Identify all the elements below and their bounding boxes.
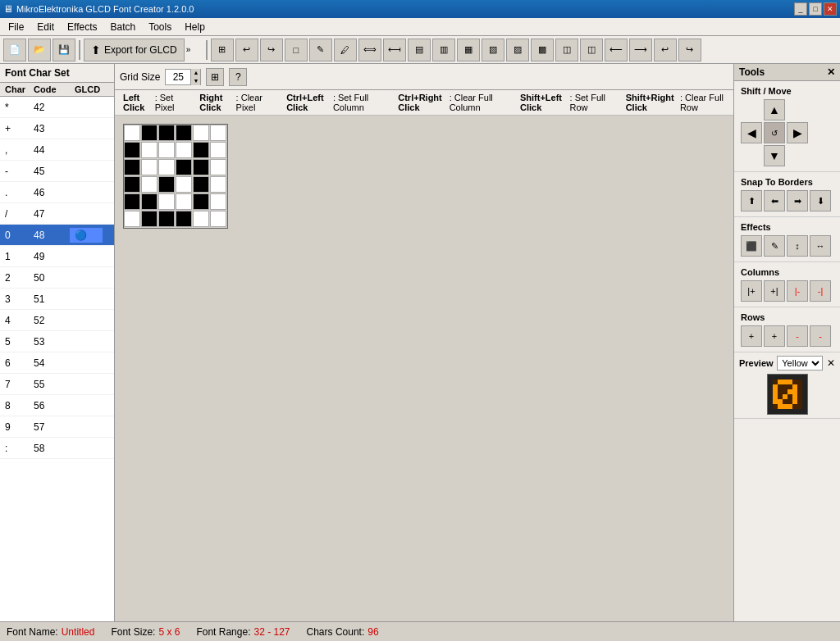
char-row[interactable]: : 58 bbox=[0, 438, 114, 459]
menu-file[interactable]: File bbox=[2, 20, 30, 34]
minimize-button[interactable]: _ bbox=[794, 2, 807, 16]
pixel-cell[interactable] bbox=[210, 211, 226, 227]
spin-down[interactable]: ▼ bbox=[190, 77, 200, 85]
toolbar-btn-9[interactable]: ▦ bbox=[457, 39, 480, 61]
title-bar-controls[interactable]: _ □ ✕ bbox=[794, 2, 837, 16]
toolbar-expand[interactable]: » bbox=[186, 45, 203, 54]
snap-left-button[interactable]: ⬅ bbox=[764, 190, 785, 211]
toolbar-btn-1[interactable]: ⊞ bbox=[211, 39, 234, 61]
pixel-cell[interactable] bbox=[124, 211, 140, 227]
row-del-bottom-button[interactable]: - bbox=[810, 325, 831, 347]
char-row[interactable]: / 47 bbox=[0, 203, 114, 225]
char-row[interactable]: 2 50 bbox=[0, 267, 114, 289]
menu-effects[interactable]: Effects bbox=[61, 20, 103, 34]
pixel-cell[interactable] bbox=[158, 125, 175, 141]
pixel-cell[interactable] bbox=[193, 159, 209, 175]
pixel-cell[interactable] bbox=[158, 176, 175, 193]
menu-help[interactable]: Help bbox=[178, 20, 212, 34]
col-del-right-button[interactable]: -| bbox=[810, 280, 831, 302]
shift-right-button[interactable]: ▶ bbox=[787, 122, 808, 143]
pixel-cell[interactable] bbox=[176, 142, 192, 158]
toolbar-btn-undo[interactable]: ↩ bbox=[235, 39, 258, 61]
menu-edit[interactable]: Edit bbox=[30, 20, 61, 34]
toolbar-export-button[interactable]: ⬆ Export for GLCD bbox=[84, 39, 185, 61]
pixel-cell[interactable] bbox=[210, 159, 226, 175]
char-row[interactable]: 7 55 bbox=[0, 374, 114, 395]
toolbar-new[interactable]: 📄 bbox=[3, 39, 26, 61]
char-row[interactable]: 3 51 bbox=[0, 289, 114, 310]
row-add-bottom-button[interactable]: + bbox=[764, 325, 785, 347]
spin-up[interactable]: ▲ bbox=[190, 69, 200, 77]
toolbar-btn-3[interactable]: ✎ bbox=[309, 39, 332, 61]
pixel-cell[interactable] bbox=[210, 193, 226, 210]
toolbar-btn-14[interactable]: ◫ bbox=[580, 39, 603, 61]
pixel-cell[interactable] bbox=[124, 193, 140, 210]
grid-help-btn[interactable]: ? bbox=[229, 68, 247, 86]
snap-right-button[interactable]: ➡ bbox=[787, 190, 808, 211]
effect-pencil-button[interactable]: ✎ bbox=[764, 235, 785, 257]
effect-invert-button[interactable]: ⬛ bbox=[741, 235, 762, 257]
char-row[interactable]: 6 54 bbox=[0, 352, 114, 374]
col-add-right-button[interactable]: +| bbox=[764, 280, 785, 302]
effect-mirror-v-button[interactable]: ↕ bbox=[787, 235, 808, 257]
char-row[interactable]: . 46 bbox=[0, 182, 114, 203]
pixel-cell[interactable] bbox=[141, 159, 158, 175]
snap-bottom-button[interactable]: ⬇ bbox=[810, 190, 831, 211]
toolbar-btn-redo[interactable]: ↪ bbox=[260, 39, 283, 61]
char-row[interactable]: * 42 bbox=[0, 97, 114, 118]
char-row[interactable]: 4 52 bbox=[0, 310, 114, 331]
pixel-cell[interactable] bbox=[158, 142, 175, 158]
maximize-button[interactable]: □ bbox=[809, 2, 822, 16]
pixel-cell[interactable] bbox=[210, 176, 226, 193]
char-row[interactable]: + 43 bbox=[0, 118, 114, 139]
pixel-cell[interactable] bbox=[158, 211, 175, 227]
pixel-cell[interactable] bbox=[141, 125, 158, 141]
pixel-cell[interactable] bbox=[193, 211, 209, 227]
pixel-cell[interactable] bbox=[124, 125, 140, 141]
pixel-grid[interactable] bbox=[123, 124, 228, 229]
pixel-cell[interactable] bbox=[193, 125, 209, 141]
pixel-cell[interactable] bbox=[158, 193, 175, 210]
toolbar-btn-4[interactable]: 🖊 bbox=[334, 39, 357, 61]
shift-center-button[interactable]: ↺ bbox=[764, 122, 785, 143]
char-row[interactable]: - 45 bbox=[0, 161, 114, 182]
pixel-cell[interactable] bbox=[124, 159, 140, 175]
char-row[interactable]: , 44 bbox=[0, 139, 114, 161]
pixel-cell[interactable] bbox=[124, 176, 140, 193]
toolbar-btn-5[interactable]: ⟺ bbox=[358, 39, 381, 61]
toolbar-btn-16[interactable]: ⟶ bbox=[629, 39, 652, 61]
pixel-cell[interactable] bbox=[158, 159, 175, 175]
toolbar-btn-17[interactable]: ↩ bbox=[654, 39, 677, 61]
row-del-top-button[interactable]: - bbox=[787, 325, 808, 347]
row-add-top-button[interactable]: + bbox=[741, 325, 762, 347]
pixel-cell[interactable] bbox=[141, 211, 158, 227]
grid-toggle-btn[interactable]: ⊞ bbox=[206, 68, 224, 86]
col-add-left-button[interactable]: |+ bbox=[741, 280, 762, 302]
toolbar-btn-15[interactable]: ⟵ bbox=[605, 39, 628, 61]
pixel-cell[interactable] bbox=[176, 211, 192, 227]
pixel-cell[interactable] bbox=[210, 142, 226, 158]
pixel-cell[interactable] bbox=[176, 159, 192, 175]
col-del-left-button[interactable]: |- bbox=[787, 280, 808, 302]
pixel-cell[interactable] bbox=[141, 193, 158, 210]
grid-size-input[interactable] bbox=[166, 71, 190, 83]
pixel-cell[interactable] bbox=[210, 125, 226, 141]
close-button[interactable]: ✕ bbox=[824, 2, 837, 16]
pixel-cell[interactable] bbox=[193, 193, 209, 210]
toolbar-btn-11[interactable]: ▨ bbox=[506, 39, 529, 61]
pixel-cell[interactable] bbox=[141, 142, 158, 158]
char-row[interactable]: 0 48 🔵 bbox=[0, 225, 114, 246]
char-row[interactable]: 5 53 bbox=[0, 331, 114, 352]
preview-color-select[interactable]: Yellow Green Blue bbox=[777, 356, 823, 371]
menu-tools[interactable]: Tools bbox=[142, 20, 178, 34]
tools-close-button[interactable]: ✕ bbox=[827, 66, 835, 78]
pixel-cell[interactable] bbox=[193, 176, 209, 193]
toolbar-btn-7[interactable]: ▤ bbox=[408, 39, 431, 61]
preview-close-button[interactable]: ✕ bbox=[827, 357, 835, 369]
pixel-cell[interactable] bbox=[176, 176, 192, 193]
char-row[interactable]: 8 56 bbox=[0, 395, 114, 416]
shift-down-button[interactable]: ▼ bbox=[764, 145, 785, 166]
toolbar-btn-12[interactable]: ▩ bbox=[531, 39, 554, 61]
shift-left-button[interactable]: ◀ bbox=[741, 122, 762, 143]
menu-batch[interactable]: Batch bbox=[104, 20, 143, 34]
